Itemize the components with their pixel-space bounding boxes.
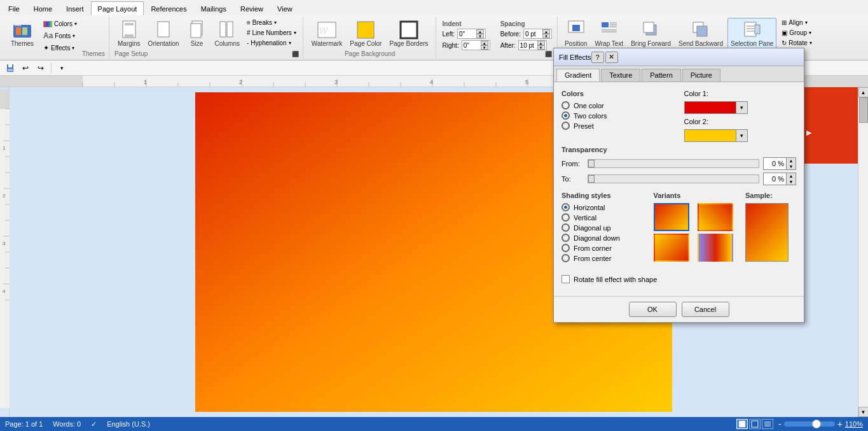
- page-color-button[interactable]: Page Color: [347, 18, 385, 50]
- position-button[interactable]: Position: [561, 18, 591, 49]
- tab-review[interactable]: Review: [233, 1, 270, 15]
- language-indicator[interactable]: English (U.S.): [107, 420, 150, 428]
- from-spin-down[interactable]: ▼: [787, 164, 796, 169]
- zoom-out-button[interactable]: -: [778, 419, 782, 429]
- to-spin-down[interactable]: ▼: [787, 179, 796, 185]
- web-layout-button[interactable]: [762, 419, 773, 429]
- scroll-track[interactable]: [859, 97, 868, 407]
- selection-pane-button[interactable]: Selection Pane: [727, 18, 776, 49]
- tab-picture[interactable]: Picture: [682, 69, 720, 81]
- spell-check-icon[interactable]: ✓: [91, 420, 97, 428]
- scroll-up-button[interactable]: ▲: [858, 87, 869, 97]
- variant-1[interactable]: [654, 203, 689, 231]
- from-slider-thumb[interactable]: [588, 160, 595, 167]
- tab-file[interactable]: File: [1, 1, 27, 15]
- dialog-help-button[interactable]: ?: [591, 52, 604, 63]
- to-slider-thumb[interactable]: [588, 175, 595, 183]
- indent-right-input[interactable]: 0" ▲ ▼: [462, 40, 490, 50]
- indent-right-up[interactable]: ▲: [481, 41, 488, 45]
- indent-left-down[interactable]: ▼: [476, 34, 484, 38]
- spacing-before-spinner[interactable]: ▲ ▼: [542, 29, 550, 38]
- tab-pattern[interactable]: Pattern: [642, 69, 680, 81]
- indent-left-input[interactable]: 0" ▲ ▼: [457, 29, 486, 39]
- rotate-button[interactable]: ↻ Rotate ▾: [779, 38, 814, 48]
- colors-button[interactable]: Colors ▾: [41, 19, 79, 29]
- color1-arrow[interactable]: ▾: [736, 102, 747, 113]
- spacing-after-input[interactable]: 10 pt ▲ ▼: [518, 40, 547, 50]
- line-numbers-button[interactable]: # Line Numbers ▾: [244, 28, 299, 38]
- tab-view[interactable]: View: [270, 1, 300, 15]
- to-slider[interactable]: [588, 174, 759, 183]
- orientation-button[interactable]: Orientation: [145, 18, 183, 49]
- tab-references[interactable]: References: [144, 1, 193, 15]
- from-percent-spinner[interactable]: ▲ ▼: [786, 158, 796, 169]
- zoom-slider-thumb[interactable]: [812, 420, 821, 428]
- zoom-level[interactable]: 110%: [845, 420, 863, 428]
- hyphenation-button[interactable]: - Hyphenation ▾: [244, 38, 299, 48]
- group-button[interactable]: ▣ Group ▾: [779, 28, 814, 38]
- variant-3[interactable]: [654, 234, 689, 262]
- page-setup-expand-icon[interactable]: ⬛: [292, 51, 299, 57]
- cancel-button[interactable]: Cancel: [682, 302, 729, 317]
- watermark-button[interactable]: W Watermark: [308, 18, 346, 50]
- tab-mailings[interactable]: Mailings: [194, 1, 233, 15]
- tab-gradient[interactable]: Gradient: [556, 69, 600, 81]
- color1-dropdown[interactable]: ▾: [684, 101, 748, 114]
- columns-button[interactable]: Columns: [212, 18, 243, 49]
- color2-dropdown[interactable]: ▾: [684, 129, 748, 142]
- paragraph-expand-icon[interactable]: ⬛: [545, 51, 552, 57]
- from-center-radio[interactable]: [561, 254, 570, 262]
- tab-texture[interactable]: Texture: [601, 69, 640, 81]
- one-color-radio[interactable]: [561, 101, 570, 110]
- zoom-slider-track[interactable]: [784, 421, 835, 427]
- from-slider[interactable]: [588, 159, 759, 168]
- diagonal-up-radio[interactable]: [561, 223, 570, 232]
- zoom-in-button[interactable]: +: [837, 419, 843, 429]
- spacing-after-down[interactable]: ▼: [537, 45, 545, 50]
- tab-home[interactable]: Home: [27, 1, 59, 15]
- spacing-before-input[interactable]: 0 pt ▲ ▼: [523, 29, 552, 39]
- vertical-scrollbar[interactable]: ▲ ▼: [858, 87, 868, 417]
- to-percent-spinner[interactable]: ▲ ▼: [786, 173, 796, 185]
- spacing-before-up[interactable]: ▲: [542, 29, 550, 34]
- save-button[interactable]: [4, 62, 17, 74]
- customize-quick-access-button[interactable]: ▾: [55, 62, 68, 74]
- variant-4[interactable]: [698, 234, 733, 262]
- spacing-after-up[interactable]: ▲: [537, 41, 545, 45]
- fonts-button[interactable]: Aa Fonts ▾: [41, 30, 79, 41]
- two-colors-radio[interactable]: [561, 111, 570, 120]
- dialog-close-button[interactable]: ✕: [605, 52, 618, 63]
- spacing-before-down[interactable]: ▼: [542, 34, 550, 38]
- effects-button[interactable]: ✦ Effects ▾: [41, 43, 79, 53]
- themes-button[interactable]: Aa Themes: [6, 18, 38, 49]
- tab-insert[interactable]: Insert: [59, 1, 91, 15]
- page-borders-button[interactable]: Page Borders: [386, 18, 431, 50]
- ok-button[interactable]: OK: [629, 302, 677, 317]
- from-corner-radio[interactable]: [561, 244, 570, 252]
- from-spin-up[interactable]: ▲: [787, 158, 796, 164]
- indent-right-spinner[interactable]: ▲ ▼: [481, 41, 488, 50]
- margins-button[interactable]: Margins: [114, 18, 144, 49]
- send-backward-button[interactable]: Send Backward: [675, 18, 726, 49]
- scroll-down-button[interactable]: ▼: [858, 407, 869, 417]
- breaks-button[interactable]: ≡ Breaks ▾: [244, 18, 299, 27]
- vertical-radio[interactable]: [561, 213, 570, 222]
- color2-arrow[interactable]: ▾: [736, 130, 747, 141]
- spacing-after-spinner[interactable]: ▲ ▼: [537, 41, 545, 50]
- preset-radio[interactable]: [561, 122, 570, 130]
- fill-effects-dialog[interactable]: Fill Effects ? ✕ Gradient Texture Patter…: [553, 48, 804, 323]
- to-spin-up[interactable]: ▲: [787, 173, 796, 179]
- variant-2[interactable]: [698, 203, 733, 231]
- undo-button[interactable]: ↩: [19, 62, 32, 74]
- size-button[interactable]: Size: [184, 18, 210, 49]
- print-layout-button[interactable]: [736, 419, 748, 429]
- indent-left-up[interactable]: ▲: [476, 29, 484, 34]
- rotate-checkbox[interactable]: [561, 275, 570, 283]
- redo-button[interactable]: ↪: [34, 62, 47, 74]
- wrap-text-button[interactable]: Wrap Text: [592, 18, 627, 49]
- align-button[interactable]: ⊞ Align ▾: [779, 18, 814, 27]
- tab-page-layout[interactable]: Page Layout: [91, 1, 144, 15]
- full-screen-button[interactable]: [749, 419, 761, 429]
- diagonal-down-radio[interactable]: [561, 234, 570, 242]
- scroll-thumb[interactable]: [859, 97, 868, 123]
